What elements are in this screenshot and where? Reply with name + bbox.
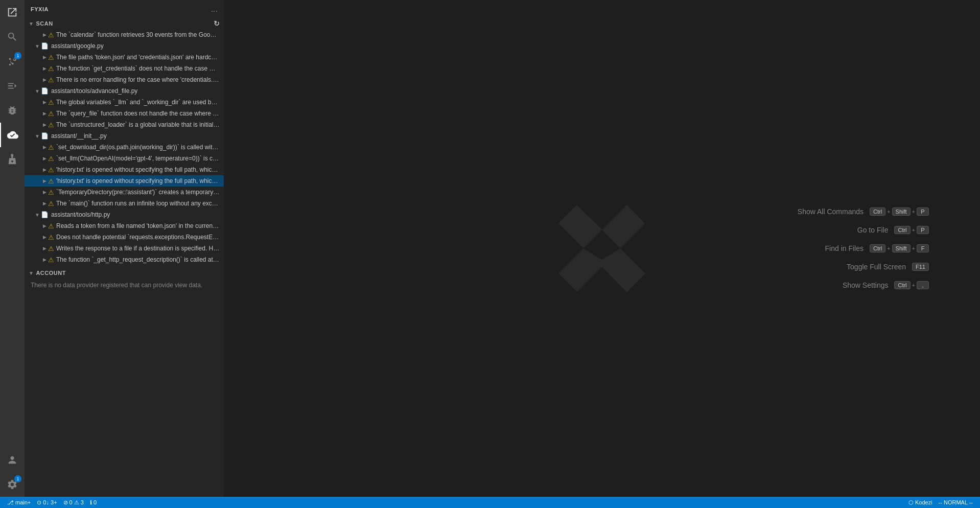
issue-google-2[interactable]: ▶ ⚠ There is no error handling for the c… (25, 74, 224, 85)
issue-init-5-chevron-icon: ▶ (43, 201, 46, 206)
issue-google-2-text: There is no error handling for the case … (56, 76, 220, 83)
activity-bar-item-scan[interactable] (0, 123, 25, 147)
status-info[interactable]: ℹ 0 (87, 497, 100, 508)
advanced-file-name: assistant/tools/advanced_file.py (51, 87, 137, 95)
shortcut-show-all-commands-label: Show All Commands (798, 207, 864, 216)
truncated-warning-icon: ⚠ (48, 31, 54, 39)
sidebar-content: ▼ SCAN ↻ ▶ ⚠ The `calendar` function ret… (25, 18, 224, 497)
issue-init-3[interactable]: ▶ ⚠ 'history.txt' is opened without spec… (25, 175, 224, 187)
issue-init-3-text: 'history.txt' is opened without specifyi… (56, 177, 220, 184)
issue-http-0[interactable]: ▶ ⚠ Reads a token from a file named 'tok… (25, 220, 224, 232)
issue-advanced-2-warning-icon: ⚠ (48, 121, 54, 129)
status-info-text: ℹ 0 (90, 499, 97, 506)
issue-http-3[interactable]: ▶ ⚠ The function `_get_http_request_desc… (25, 254, 224, 265)
shortcut-go-to-file: Go to File Ctrl + P (798, 226, 929, 234)
scan-section-header[interactable]: ▼ SCAN ↻ (25, 18, 224, 29)
file-header-google[interactable]: ▼ 📄 assistant/google.py (25, 40, 224, 52)
truncated-item[interactable]: ▶ ⚠ The `calendar` function retrieves 30… (25, 29, 224, 40)
status-kodezi[interactable]: ⬡ Kodezi (905, 497, 936, 508)
issue-http-3-warning-icon: ⚠ (48, 256, 54, 264)
activity-bar-item-extensions[interactable] (0, 98, 25, 123)
issue-google-2-warning-icon: ⚠ (48, 76, 54, 84)
activity-bar-item-settings[interactable]: 1 (0, 472, 25, 497)
key-plus-3: + (912, 227, 915, 233)
issue-http-1[interactable]: ▶ ⚠ Does not handle potential `requests.… (25, 232, 224, 243)
issue-google-0[interactable]: ▶ ⚠ The file paths 'token.json' and 'cre… (25, 52, 224, 63)
vscode-logo (551, 197, 653, 299)
file-group-google: ▼ 📄 assistant/google.py ▶ ⚠ The file pat… (25, 40, 224, 85)
issue-init-5[interactable]: ▶ ⚠ The `main()` function runs an infini… (25, 198, 224, 209)
issue-http-3-chevron-icon: ▶ (43, 257, 46, 262)
issue-init-4-chevron-icon: ▶ (43, 190, 46, 195)
key-plus-6: + (912, 282, 915, 288)
issue-advanced-1-chevron-icon: ▶ (43, 111, 46, 116)
activity-bar-item-explorer[interactable] (0, 0, 25, 25)
file-header-init[interactable]: ▼ 📄 assistant/__init__.py (25, 130, 224, 142)
account-section-header[interactable]: ▼ ACCOUNT (25, 267, 224, 279)
issue-init-0-warning-icon: ⚠ (48, 144, 54, 151)
shortcut-go-to-file-keys: Ctrl + P (894, 226, 929, 234)
activity-bar-item-run[interactable] (0, 74, 25, 98)
issue-google-0-warning-icon: ⚠ (48, 54, 54, 61)
shortcut-find-in-files-keys: Ctrl + Shift + F (870, 244, 929, 252)
key-p-2: P (917, 226, 929, 234)
account-section: There is no data provider registered tha… (25, 279, 224, 292)
advanced-file-chevron-icon: ▼ (35, 88, 40, 94)
key-ctrl-4: Ctrl (894, 281, 910, 289)
activity-bar-item-source-control[interactable]: 1 (0, 49, 25, 74)
issue-init-2-chevron-icon: ▶ (43, 167, 46, 172)
shortcut-show-all-commands-keys: Ctrl + Shift + P (870, 207, 929, 216)
issue-init-1-text: `set_llm(ChatOpenAI(model='gpt-4', tempe… (56, 155, 220, 162)
issue-init-1-chevron-icon: ▶ (43, 156, 46, 161)
issue-http-1-chevron-icon: ▶ (43, 235, 46, 240)
activity-bar-item-search[interactable] (0, 25, 25, 49)
status-branch[interactable]: ⎇ main+ (4, 497, 34, 508)
issue-init-0-chevron-icon: ▶ (43, 145, 46, 150)
google-py-name: assistant/google.py (51, 42, 104, 50)
key-plus-4: + (887, 245, 890, 251)
key-shift-2: Shift (892, 244, 911, 252)
activity-bar-item-testing[interactable] (0, 147, 25, 172)
file-header-advanced-file[interactable]: ▼ 📄 assistant/tools/advanced_file.py (25, 85, 224, 97)
truncated-item-text: The `calendar` function retrieves 30 eve… (56, 31, 220, 38)
source-control-badge: 1 (14, 52, 21, 59)
shortcut-toggle-full-screen: Toggle Full Screen F11 (798, 263, 929, 271)
issue-init-4[interactable]: ▶ ⚠ `TemporaryDirectory(pre□'assistant')… (25, 187, 224, 198)
issue-http-2[interactable]: ▶ ⚠ Writes the response to a file if a d… (25, 243, 224, 254)
issue-init-4-text: `TemporaryDirectory(pre□'assistant')` cr… (56, 189, 220, 196)
advanced-file-icon: 📄 (41, 87, 49, 95)
key-ctrl: Ctrl (870, 207, 885, 216)
issue-google-1-chevron-icon: ▶ (43, 66, 46, 71)
more-options-icon[interactable]: ... (211, 5, 218, 14)
file-header-http[interactable]: ▼ 📄 assistant/tools/http.py (25, 209, 224, 220)
init-file-name: assistant/__init__.py (51, 132, 107, 140)
shortcut-toggle-full-screen-keys: F11 (912, 263, 929, 271)
welcome-shortcuts: Show All Commands Ctrl + Shift + P Go to… (798, 207, 929, 289)
issue-init-5-warning-icon: ⚠ (48, 200, 54, 207)
status-bar: ⎇ main+ ⊙ 0↓ 3+ ⊘ 0 ⚠ 3 ℹ 0 ⬡ Kodezi -- … (0, 497, 980, 508)
issue-init-0[interactable]: ▶ ⚠ `set_download_dir(os.path.join(worki… (25, 142, 224, 153)
status-mode: -- NORMAL -- (936, 497, 976, 508)
issue-init-2-warning-icon: ⚠ (48, 166, 54, 174)
shortcut-find-in-files: Find in Files Ctrl + Shift + F (798, 244, 929, 252)
status-branch-text: main+ (15, 499, 31, 505)
init-file-icon: 📄 (41, 132, 49, 140)
issue-init-2[interactable]: ▶ ⚠ 'history.txt' is opened without spec… (25, 164, 224, 175)
http-file-name: assistant/tools/http.py (51, 211, 110, 218)
key-f11: F11 (912, 263, 929, 271)
issue-advanced-1[interactable]: ▶ ⚠ The `query_file` function does not h… (25, 108, 224, 119)
status-errors[interactable]: ⊘ 0 ⚠ 3 (60, 497, 87, 508)
issue-google-1[interactable]: ▶ ⚠ The function `get_credentials` does … (25, 63, 224, 74)
issue-google-0-chevron-icon: ▶ (43, 55, 46, 60)
issue-init-1[interactable]: ▶ ⚠ `set_llm(ChatOpenAI(model='gpt-4', t… (25, 153, 224, 164)
issue-advanced-2[interactable]: ▶ ⚠ The `unstructured_loader` is a globa… (25, 119, 224, 130)
key-comma: , (917, 281, 929, 289)
activity-bar-item-accounts[interactable] (0, 448, 25, 472)
issue-advanced-0-chevron-icon: ▶ (43, 100, 46, 105)
key-p-1: P (917, 207, 929, 216)
init-chevron-icon: ▼ (35, 133, 40, 139)
status-sync[interactable]: ⊙ 0↓ 3+ (34, 497, 60, 508)
issue-advanced-0[interactable]: ▶ ⚠ The global variables `_llm` and `_wo… (25, 97, 224, 108)
scan-refresh-icon[interactable]: ↻ (214, 19, 220, 28)
issue-init-5-text: The `main()` function runs an infinite l… (56, 200, 220, 207)
